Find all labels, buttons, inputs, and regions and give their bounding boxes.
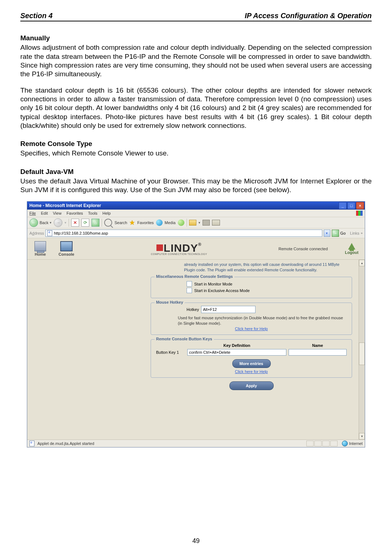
menu-bar: File Edit View Favorites Tools Help — [27, 210, 365, 217]
window-title: Home - Microsoft Internet Explorer — [29, 203, 339, 208]
go-icon: → — [332, 230, 339, 237]
plugin-note: already installed on your system, this o… — [151, 262, 352, 273]
content-area: already installed on your system, this o… — [27, 260, 365, 439]
go-label: Go — [340, 231, 346, 235]
menu-tools[interactable]: Tools — [88, 211, 98, 215]
running-head: Section 4 IP Access Configuration & Oper… — [20, 12, 372, 21]
fieldset-misc-settings: Miscellaneous Remote Console Settings St… — [151, 277, 352, 298]
toolbar: ← Back ▾ → ▾ ✕ ⟳ ⌂ Search ★ Favorites Me… — [27, 217, 365, 228]
media-button[interactable]: Media — [165, 220, 176, 225]
nav-console[interactable]: Console — [53, 241, 79, 256]
refresh-button[interactable]: ⟳ — [81, 219, 89, 227]
status-page-icon — [29, 441, 34, 446]
keys-help-link[interactable]: Click here for Help — [156, 369, 347, 374]
stop-button[interactable]: ✕ — [71, 219, 79, 227]
logout-icon — [348, 243, 355, 250]
screenshot-browser-window: Home - Microsoft Internet Explorer _ □ ×… — [27, 201, 365, 447]
menu-view[interactable]: View — [53, 211, 62, 215]
key-definition-input[interactable]: confirm Ctrl+Alt+Delete — [187, 349, 286, 356]
status-cell — [306, 441, 314, 446]
address-bar: Address http://192.168.2.100/home.asp ▾ … — [27, 228, 365, 238]
hotkey-help-link[interactable]: Click here for Help — [156, 327, 347, 331]
globe-icon — [342, 441, 348, 446]
home-icon — [34, 241, 46, 251]
history-icon[interactable] — [178, 219, 184, 226]
status-cell — [322, 441, 330, 446]
apply-button[interactable]: Apply — [229, 381, 274, 390]
back-button[interactable]: ← Back ▾ — [29, 218, 52, 227]
address-label: Address — [29, 231, 44, 235]
menu-help[interactable]: Help — [102, 211, 111, 215]
links-chevron-icon[interactable]: » — [361, 231, 363, 235]
status-text: Applet de.mud.jta.Applet started — [37, 441, 94, 446]
fieldset-button-keys: Remote Console Button Keys Key Definitio… — [151, 339, 352, 378]
printer-icon[interactable] — [203, 220, 210, 226]
legend-keys: Remote Console Button Keys — [155, 337, 214, 341]
scroll-up-icon[interactable]: ▴ — [359, 260, 365, 266]
heading-manually: Manually — [20, 34, 372, 42]
mail-icon[interactable] — [212, 220, 220, 226]
scroll-thumb[interactable] — [359, 343, 365, 365]
key-name-input[interactable] — [289, 349, 347, 356]
go-button[interactable]: → Go — [332, 230, 346, 237]
page-number: 49 — [0, 537, 392, 545]
para-remote-console-type: Specifies, which Remote Console Viewer t… — [20, 149, 372, 158]
col-name: Name — [289, 343, 347, 348]
back-icon: ← — [29, 218, 38, 227]
minimize-button[interactable]: _ — [339, 202, 347, 209]
windows-flag-icon — [356, 211, 363, 216]
key-definition-value: confirm Ctrl+Alt+Delete — [189, 350, 230, 355]
brand-tagline: COMPUTER CONNECTION TECHNOLOGY — [79, 253, 278, 255]
menu-edit[interactable]: Edit — [41, 211, 48, 215]
forward-button[interactable]: → — [54, 218, 62, 227]
hotkey-hint: Used for fast mouse synchronization (in … — [178, 315, 347, 326]
menu-favorites[interactable]: Favorites — [66, 211, 83, 215]
home-button[interactable]: ⌂ — [91, 219, 99, 227]
label-exclusive-access: Start in Exclusive Access Mode — [194, 288, 250, 293]
zone-label: Internet — [349, 441, 363, 446]
connection-status: Remote Console connected — [278, 247, 328, 251]
menu-file[interactable]: File — [29, 211, 36, 215]
sidebar-area — [27, 260, 148, 439]
checkbox-monitor-mode[interactable] — [187, 281, 192, 287]
heading-default-java-vm: Default Java-VM — [20, 167, 372, 176]
fieldset-mouse-hotkey: Mouse Hotkey Hotkey Alt+F12 Used for fas… — [151, 303, 352, 335]
page-icon — [47, 230, 52, 236]
media-icon — [156, 219, 163, 226]
favorites-button[interactable]: Favorites — [137, 220, 154, 225]
console-icon — [60, 241, 73, 251]
favorites-icon: ★ — [129, 219, 135, 227]
checkbox-exclusive-access[interactable] — [187, 288, 192, 293]
status-bar: Applet de.mud.jta.Applet started Interne… — [27, 439, 365, 447]
row-label: Button Key 1 — [156, 350, 185, 355]
vertical-scrollbar[interactable]: ▴ ▾ — [359, 260, 365, 439]
scroll-down-icon[interactable]: ▾ — [359, 433, 365, 439]
nav-home[interactable]: Home — [27, 241, 53, 256]
hotkey-label: Hotkey — [187, 307, 199, 312]
search-button[interactable]: Search — [114, 220, 127, 225]
app-header: Home Console LINDY® COMPUTER CONNECTION … — [27, 238, 365, 260]
heading-remote-console-type: Remote Console Type — [20, 139, 372, 148]
legend-mouse: Mouse Hotkey — [155, 300, 185, 304]
zone-indicator: Internet — [342, 441, 363, 446]
links-label[interactable]: Links — [350, 231, 359, 235]
address-dropdown[interactable]: ▾ — [324, 230, 330, 237]
folder-icon[interactable] — [189, 220, 196, 226]
main-pane: already installed on your system, this o… — [148, 260, 359, 439]
more-entries-button[interactable]: More entries — [232, 359, 271, 368]
maximize-button[interactable]: □ — [347, 202, 355, 209]
close-button[interactable]: × — [356, 202, 364, 209]
back-label: Back — [40, 220, 48, 225]
status-cell — [330, 441, 338, 446]
para-default-java-vm: Uses the default Java Virtual Machine of… — [20, 177, 372, 195]
col-key-definition: Key Definition — [185, 343, 289, 348]
logout-link[interactable]: Logout — [339, 243, 365, 255]
status-cell — [314, 441, 322, 446]
para-manually-2: The standard colour depth is 16 bit (655… — [20, 86, 372, 130]
brand-logo: LINDY® COMPUTER CONNECTION TECHNOLOGY — [79, 242, 278, 255]
window-titlebar: Home - Microsoft Internet Explorer _ □ × — [27, 202, 365, 210]
legend-misc: Miscellaneous Remote Console Settings — [155, 274, 234, 279]
hotkey-input[interactable]: Alt+F12 — [201, 306, 256, 313]
nav-console-label: Console — [58, 252, 74, 256]
address-input[interactable]: http://192.168.2.100/home.asp — [45, 230, 322, 237]
